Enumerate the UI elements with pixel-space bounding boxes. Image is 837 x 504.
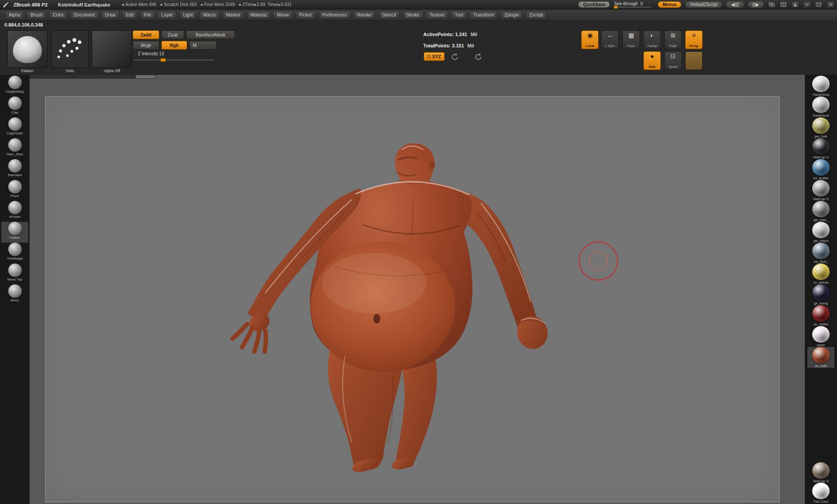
lock-button[interactable] bbox=[791, 1, 799, 8]
material-item-matcap-s-1[interactable]: MatCap S bbox=[807, 180, 834, 201]
rotate-z-icon[interactable] bbox=[474, 53, 482, 61]
material-item-pearl[interactable]: pearl bbox=[807, 326, 834, 347]
zbrush-logo-icon bbox=[3, 1, 9, 8]
material-item-flat-color[interactable]: Flat Color bbox=[807, 483, 834, 504]
menu-alpha[interactable]: Alpha bbox=[5, 11, 24, 19]
menu-render[interactable]: Render bbox=[354, 11, 375, 19]
brush-item-clay[interactable]: Clay bbox=[1, 97, 28, 117]
solo-toggle[interactable]: ●Solo bbox=[643, 51, 661, 70]
menu-marker[interactable]: Marker bbox=[223, 11, 244, 19]
viewport-margin[interactable] bbox=[30, 75, 805, 504]
menu-file[interactable]: File bbox=[141, 11, 155, 19]
menu-tool[interactable]: Tool bbox=[451, 11, 466, 19]
menu-stroke[interactable]: Stroke bbox=[403, 11, 423, 19]
current-brush-thumbnail[interactable] bbox=[7, 30, 47, 68]
menu-texture[interactable]: Texture bbox=[426, 11, 448, 19]
persp-toggle[interactable]: ≡Persp bbox=[685, 30, 703, 49]
rotate-y-icon[interactable] bbox=[451, 53, 459, 61]
menu-transform[interactable]: Transform bbox=[470, 11, 497, 19]
material-item-rwj-blue[interactable]: rwj_blue_ bbox=[807, 243, 834, 264]
canvas-scrollbar-handle[interactable] bbox=[136, 75, 155, 78]
xyz-gyro-button[interactable]: XYZ bbox=[424, 52, 445, 61]
local-toggle[interactable]: ◉Local bbox=[581, 30, 599, 49]
close-button[interactable] bbox=[827, 1, 834, 8]
see-through-track[interactable] bbox=[614, 7, 651, 8]
m-button[interactable]: M bbox=[189, 41, 217, 50]
brush-item-pinch[interactable]: Pinch bbox=[1, 180, 28, 201]
menus-toggle-button[interactable]: Menus bbox=[658, 1, 681, 8]
menu-layer[interactable]: Layer bbox=[158, 11, 176, 19]
lsym-toggle[interactable]: ↔L.Sym bbox=[601, 30, 619, 49]
tray-collapse-right-button[interactable]: |||▶ bbox=[748, 1, 764, 8]
current-stroke-thumbnail[interactable] bbox=[51, 30, 89, 68]
brush-item-movetop[interactable]: Move Top bbox=[1, 264, 28, 284]
rgb-button[interactable]: Rgb bbox=[161, 41, 187, 50]
menu-zplugin[interactable]: Zplugin bbox=[501, 11, 522, 19]
menu-edit[interactable]: Edit bbox=[122, 11, 137, 19]
material-item-nz-yellow[interactable]: nz_yellow bbox=[807, 264, 834, 284]
z-intensity-slider[interactable] bbox=[134, 60, 214, 60]
zsub-button[interactable]: Zsub bbox=[161, 30, 184, 39]
flatten-brush-icon bbox=[8, 31, 47, 67]
material-sphere-icon bbox=[812, 264, 830, 280]
material-item-hazardous-2[interactable]: Hazardous bbox=[807, 97, 834, 117]
menu-stencil[interactable]: Stencil bbox=[379, 11, 400, 19]
menu-picker[interactable]: Picker bbox=[296, 11, 315, 19]
canvas-scrollbar[interactable] bbox=[30, 75, 156, 79]
minimize-button[interactable] bbox=[803, 1, 811, 8]
brush-item-trimadapt[interactable]: TrimAdapt bbox=[1, 243, 28, 264]
floor-toggle[interactable]: ▦Floor bbox=[623, 30, 640, 49]
quicksave-button[interactable]: QuickSave bbox=[578, 1, 610, 8]
brush-cursor-icon bbox=[579, 242, 618, 280]
polyframe-toggle[interactable]: ⊞PolyF bbox=[664, 30, 682, 49]
menu-material[interactable]: Material bbox=[247, 11, 270, 19]
window-layout-button[interactable] bbox=[768, 1, 776, 8]
material-item-ok-toffee[interactable]: ok_toffe bbox=[807, 347, 834, 368]
brush-sphere-icon bbox=[8, 76, 22, 89]
z-intensity-handle[interactable] bbox=[161, 58, 166, 62]
transp-toggle[interactable]: ◐Transp bbox=[643, 30, 661, 49]
material-item-matcap-g[interactable]: MatCap G bbox=[807, 138, 834, 159]
mrgb-button[interactable]: Mrgb bbox=[133, 41, 159, 50]
brush-item-hpolish[interactable]: hPolish bbox=[1, 201, 28, 222]
brush-item-move[interactable]: Move bbox=[1, 284, 28, 305]
menu-light[interactable]: Light bbox=[180, 11, 197, 19]
current-alpha-thumbnail[interactable] bbox=[92, 30, 132, 68]
material-item-sd-avatar[interactable]: sd_avatar bbox=[807, 159, 834, 180]
dots-stroke-icon bbox=[52, 31, 88, 67]
zadd-button[interactable]: Zadd bbox=[133, 30, 159, 39]
menu-brush[interactable]: Brush bbox=[27, 11, 46, 19]
material-sphere-icon bbox=[812, 76, 830, 92]
menu-color[interactable]: Color bbox=[49, 11, 67, 19]
see-through-handle[interactable] bbox=[614, 6, 618, 9]
material-item-matcap-s-2[interactable]: MatCap S bbox=[807, 462, 834, 483]
xpose-toggle[interactable]: ⊡Xpose bbox=[664, 51, 682, 70]
active-points-readout: ActivePoints: 1.241Mil bbox=[423, 32, 477, 37]
material-item-bc-redlat[interactable]: bc_redlat bbox=[807, 305, 834, 326]
material-item-gk-boing[interactable]: gk_boing bbox=[807, 284, 834, 305]
see-through-slider[interactable]: See-through 0 bbox=[614, 1, 654, 8]
material-item-gw-maya[interactable]: gw_maya bbox=[807, 222, 834, 243]
brush-item-clayfinish[interactable]: ClayFinish bbox=[1, 117, 28, 138]
document-canvas[interactable] bbox=[45, 96, 780, 502]
disabled-toggle[interactable] bbox=[685, 51, 703, 70]
menu-movie[interactable]: Movie bbox=[273, 11, 292, 19]
brush-item-damstan[interactable]: Dam_Stan bbox=[1, 138, 28, 159]
backfacemask-button[interactable]: BackfaceMask bbox=[186, 30, 235, 39]
brush-item-flatten[interactable]: Flatten bbox=[1, 222, 28, 243]
brush-item-claybuildup[interactable]: ClayBuildup bbox=[1, 76, 28, 97]
restore-button[interactable] bbox=[815, 1, 823, 8]
material-sphere-icon bbox=[812, 462, 830, 479]
brush-item-standard[interactable]: Standard bbox=[1, 159, 28, 180]
tray-collapse-left-button[interactable]: ◀|||| bbox=[726, 1, 743, 8]
material-item-gw-max[interactable]: gw_max_ bbox=[807, 201, 834, 222]
material-item-gw-hulk[interactable]: gw_hulk bbox=[807, 117, 834, 138]
menu-macro[interactable]: Macro bbox=[200, 11, 219, 19]
menu-document[interactable]: Document bbox=[70, 11, 98, 19]
window-layout2-button[interactable] bbox=[780, 1, 787, 8]
menu-preferences[interactable]: Preferences bbox=[319, 11, 351, 19]
material-item-hazardous-1[interactable]: Hazardous bbox=[807, 76, 834, 97]
default-zscript-button[interactable]: DefaultZScript bbox=[685, 1, 722, 8]
menu-zscript[interactable]: Zscript bbox=[526, 11, 547, 19]
menu-draw[interactable]: Draw bbox=[101, 11, 119, 19]
